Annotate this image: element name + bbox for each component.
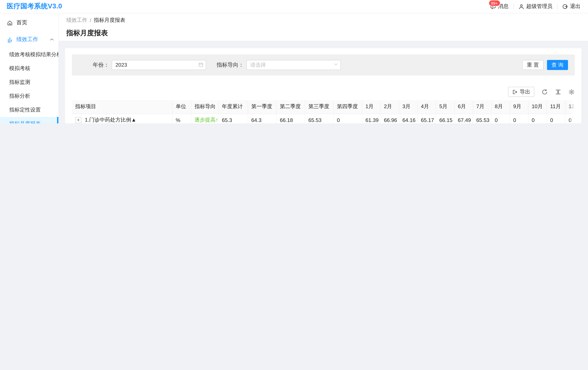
breadcrumb-parent[interactable]: 绩效工作 xyxy=(66,17,87,24)
column-header: 4月 xyxy=(417,100,436,114)
main-area: 绩效工作 / 指标月度报表 指标月度报表 年份： 指标导向： 重 xyxy=(59,13,588,123)
sidebar-item-home[interactable]: 首页 xyxy=(0,14,58,31)
table-body: +1.门诊中药处方比例▲%逐步提高↑65.364.366.1865.53061.… xyxy=(72,114,575,123)
sidebar-subitem-label: 指标分析 xyxy=(9,93,30,100)
month-value-cell: 66.96 xyxy=(380,114,399,123)
content-card: 年份： 指标导向： 重 置 查 询 导出 xyxy=(65,48,581,123)
column-settings-icon[interactable] xyxy=(568,89,575,95)
month-value-cell: 0 xyxy=(510,114,528,123)
sidebar-menu: 首页绩效工作绩效考核模拟结果分析模拟考核指标监测指标分析指标定性设置指标月度报表… xyxy=(0,13,58,123)
column-header: 11月 xyxy=(546,100,565,114)
value-cell: 64.3 xyxy=(248,114,276,123)
column-header: 年度累计 xyxy=(218,100,248,114)
table-header-row: 指标项目单位指标导向年度累计第一季度第二季度第三季度第四季度1月2月3月4月5月… xyxy=(72,100,575,114)
app-logo: 医疗国考系统V3.0 xyxy=(0,2,62,11)
table-toolbar: 导出 xyxy=(72,87,575,97)
export-icon xyxy=(512,89,518,95)
app-root: 医疗国考系统V3.0 99+ 消息 超级管理员 退出 首页绩效工作绩效考核模拟 xyxy=(0,0,588,123)
sidebar-subitem-label: 指标月度报表 xyxy=(9,120,41,123)
top-bar: 医疗国考系统V3.0 99+ 消息 超级管理员 退出 xyxy=(0,0,588,13)
sidebar-subitem[interactable]: 指标分析 xyxy=(0,89,58,103)
filter-bar: 年份： 指标导向： 重 置 查 询 xyxy=(72,54,575,75)
sidebar-item-chart[interactable]: 绩效工作 xyxy=(0,31,58,48)
sidebar-subitem-label: 模拟考核 xyxy=(9,65,30,72)
logout-label: 退出 xyxy=(570,3,581,10)
sidebar: 首页绩效工作绩效考核模拟结果分析模拟考核指标监测指标分析指标定性设置指标月度报表… xyxy=(0,13,59,123)
breadcrumb-separator: / xyxy=(90,18,91,23)
month-value-cell: 67.49 xyxy=(454,114,473,123)
direction-cell: 逐步提高↑ xyxy=(191,114,218,123)
breadcrumb: 绩效工作 / 指标月度报表 xyxy=(66,17,588,24)
month-value-cell: 0 xyxy=(528,114,546,123)
direction-select xyxy=(246,60,341,70)
column-header: 指标导向 xyxy=(191,100,218,114)
sidebar-subitem-label: 指标定性设置 xyxy=(9,107,41,114)
export-label: 导出 xyxy=(520,88,530,95)
logout-button[interactable]: 退出 xyxy=(562,3,581,10)
expand-row-button[interactable]: + xyxy=(75,117,82,123)
column-header: 第三季度 xyxy=(305,100,333,114)
indicator-name-cell: +1.门诊中药处方比例▲ xyxy=(72,114,172,123)
sidebar-subitem-label: 指标监测 xyxy=(9,79,30,86)
indicators-table-wrap: 指标项目单位指标导向年度累计第一季度第二季度第三季度第四季度1月2月3月4月5月… xyxy=(72,100,575,123)
divider xyxy=(513,4,514,10)
column-header: 单位 xyxy=(172,100,191,114)
month-value-cell: 65.17 xyxy=(417,114,436,123)
column-header: 3月 xyxy=(399,100,417,114)
month-value-cell: 65.53 xyxy=(473,114,491,123)
sidebar-subitem[interactable]: 模拟考核 xyxy=(0,62,58,75)
sidebar-subitem[interactable]: 指标定性设置 xyxy=(0,103,58,117)
column-header: 指标项目 xyxy=(72,100,172,114)
month-value-cell: 0 xyxy=(491,114,510,123)
sidebar-subitem-label: 绩效考核模拟结果分析 xyxy=(9,51,58,58)
refresh-icon[interactable] xyxy=(542,89,548,95)
sidebar-subitem[interactable]: 指标监测 xyxy=(0,75,58,89)
year-picker xyxy=(112,60,206,70)
sidebar-subitem[interactable]: 绩效考核模拟结果分析 xyxy=(0,48,58,62)
year-input[interactable] xyxy=(112,60,206,70)
year-label: 年份： xyxy=(93,61,109,69)
home-icon xyxy=(7,20,13,26)
column-header: 第四季度 xyxy=(333,100,362,114)
export-button[interactable]: 导出 xyxy=(508,87,535,97)
indicator-name: 1.门诊中药处方比例▲ xyxy=(85,117,136,123)
table-row: +1.门诊中药处方比例▲%逐步提高↑65.364.366.1865.53061.… xyxy=(72,114,575,123)
column-header: 12月 xyxy=(565,100,575,114)
sidebar-subitem[interactable]: 指标月度报表 xyxy=(0,117,58,123)
reset-button[interactable]: 重 置 xyxy=(522,60,543,70)
month-value-cell: 64.16 xyxy=(399,114,417,123)
unit-cell: % xyxy=(172,114,191,123)
direction-select-input[interactable] xyxy=(246,60,341,70)
message-count-badge: 99+ xyxy=(489,0,500,6)
user-name: 超级管理员 xyxy=(526,3,553,10)
sidebar-item-label: 绩效工作 xyxy=(16,36,49,43)
page-title: 指标月度报表 xyxy=(66,29,588,38)
messages-button[interactable]: 99+ 消息 xyxy=(490,3,509,10)
month-value-cell: 0 xyxy=(546,114,565,123)
column-header: 第一季度 xyxy=(248,100,276,114)
divider xyxy=(557,4,557,10)
direction-label: 指标导向： xyxy=(217,61,244,69)
row-height-icon[interactable] xyxy=(555,89,561,95)
content-header: 绩效工作 / 指标月度报表 指标月度报表 xyxy=(59,13,588,41)
column-header: 9月 xyxy=(510,100,528,114)
indicators-table: 指标项目单位指标导向年度累计第一季度第二季度第三季度第四季度1月2月3月4月5月… xyxy=(72,100,575,123)
value-cell: 0 xyxy=(333,114,362,123)
month-value-cell: 0 xyxy=(565,114,575,123)
month-value-cell: 66.15 xyxy=(436,114,454,123)
month-value-cell: 61.39 xyxy=(362,114,380,123)
breadcrumb-current: 指标月度报表 xyxy=(94,17,125,24)
column-header: 5月 xyxy=(436,100,454,114)
column-header: 10月 xyxy=(528,100,546,114)
sidebar-item-label: 首页 xyxy=(16,19,54,26)
column-header: 2月 xyxy=(380,100,399,114)
column-header: 8月 xyxy=(491,100,510,114)
search-button[interactable]: 查 询 xyxy=(547,60,568,70)
user-icon xyxy=(518,4,524,10)
value-cell: 65.3 xyxy=(218,114,248,123)
topbar-right: 99+ 消息 超级管理员 退出 xyxy=(490,3,588,10)
value-cell: 65.53 xyxy=(305,114,333,123)
user-menu[interactable]: 超级管理员 xyxy=(518,3,553,10)
chevron-up-icon xyxy=(50,37,54,42)
column-header: 第二季度 xyxy=(276,100,305,114)
